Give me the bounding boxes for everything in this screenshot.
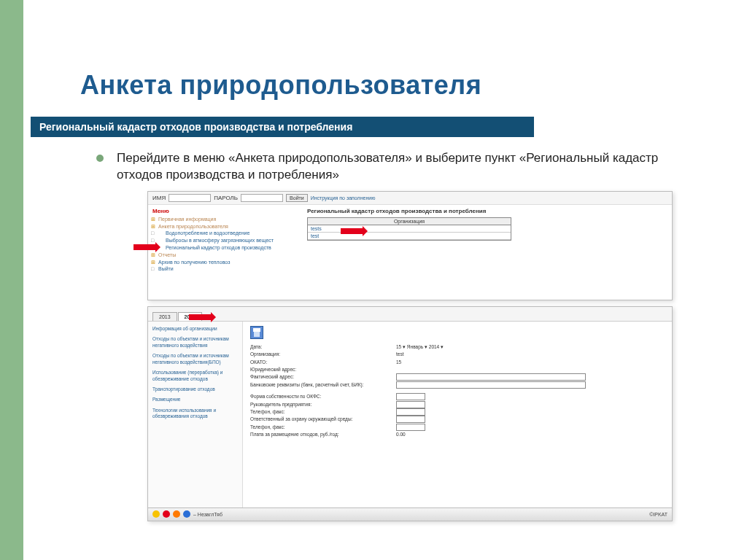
- password-label: ПАРОЛЬ: [214, 195, 238, 201]
- date-year[interactable]: 2014: [429, 344, 439, 349]
- okato-label: ОКАТО:: [250, 359, 396, 366]
- nav-item[interactable]: Информация об организации: [152, 326, 238, 332]
- bank-input[interactable]: [396, 381, 586, 389]
- nav-item[interactable]: Использование (переработка) и обезврежив…: [152, 370, 238, 382]
- phone-label: Телефон, факс:: [250, 408, 396, 416]
- firefox-icon[interactable]: [173, 510, 180, 518]
- date-day[interactable]: 15: [396, 344, 401, 349]
- nav-item[interactable]: Размещение: [152, 397, 238, 402]
- taskbar: – НезаглТяб ©IPKAT: [148, 508, 672, 521]
- org-header: Организация: [308, 218, 511, 225]
- menu-heading: Меню: [152, 208, 297, 214]
- left-nav: Информация об организации Отходы по объе…: [148, 322, 243, 508]
- password-input[interactable]: [241, 194, 283, 202]
- arrow-icon: [133, 244, 155, 250]
- tree-item[interactable]: Региональный кадастр отходов производств: [152, 244, 297, 252]
- tree-item[interactable]: Архив по получению тепловоз: [152, 259, 297, 266]
- opera-icon[interactable]: [163, 510, 170, 518]
- phone-input[interactable]: [396, 408, 425, 416]
- arrow-icon: [341, 228, 363, 234]
- legal-addr-label: Юридический адрес:: [250, 366, 396, 373]
- tree-item[interactable]: Анкета природопользователя: [152, 223, 297, 230]
- fee-value: 0.00: [396, 431, 665, 438]
- fact-addr-label: Фактический адрес:: [250, 373, 396, 381]
- table-row[interactable]: tests: [308, 225, 511, 233]
- login-bar: ИМЯ ПАРОЛЬ Войти Инструкция по заполнени…: [148, 192, 672, 205]
- resp-label: Ответственный за охрану окружающей среды…: [250, 416, 396, 423]
- screenshot-top: ИМЯ ПАРОЛЬ Войти Инструкция по заполнени…: [147, 191, 673, 300]
- phone2-input[interactable]: [396, 424, 425, 431]
- head-label: Руководитель предприятия:: [250, 401, 396, 408]
- save-icon[interactable]: [250, 326, 263, 339]
- nav-item[interactable]: Отходы по объектам и источникам негативн…: [152, 353, 238, 365]
- ie-icon[interactable]: [183, 510, 190, 518]
- tree-item[interactable]: Водопотребление и водоотведение: [152, 230, 297, 237]
- name-label: ИМЯ: [152, 195, 166, 201]
- taskbar-app[interactable]: – НезаглТяб: [193, 512, 222, 517]
- tree-item[interactable]: Выбросы в атмосферу загрязняющих вещест: [152, 237, 297, 244]
- slide-content: Анкета природопользователя Региональный …: [53, 0, 740, 560]
- year-tabs: 2013 2013: [148, 307, 672, 322]
- bullet-icon: [96, 155, 104, 162]
- subtitle-bar: Региональный кадастр отходов производств…: [31, 117, 534, 137]
- nav-item[interactable]: Отходы по объектам и источникам негативн…: [152, 336, 238, 349]
- tree-item[interactable]: Отчеты: [152, 252, 297, 259]
- bullet-row: Перейдите в меню «Анкета природопользова…: [96, 150, 740, 184]
- nav-item[interactable]: Транспортирование отходов: [152, 386, 238, 392]
- tree-item[interactable]: Первичная информация: [152, 216, 297, 223]
- cadastre-title: Региональный кадастр отходов производств…: [307, 208, 666, 214]
- org-table: Организация tests test: [307, 217, 511, 241]
- okato-value: 15: [396, 359, 665, 366]
- ownership-input[interactable]: [396, 393, 425, 400]
- tab-2013a[interactable]: 2013: [152, 312, 177, 321]
- brand-label: ©IPKAT: [649, 512, 667, 517]
- tree-item[interactable]: Выйти: [152, 265, 297, 273]
- legal-addr-value: [396, 366, 665, 373]
- cadastre-panel: Региональный кадастр отходов производств…: [301, 205, 672, 300]
- left-stripe: [0, 0, 23, 560]
- name-input[interactable]: [169, 194, 211, 202]
- form-area: Дата:15 ▾ Январь ▾ 2014 ▾ Организация:te…: [243, 322, 672, 508]
- chrome-icon[interactable]: [152, 510, 160, 518]
- slide-title: Анкета природопользователя: [80, 70, 740, 101]
- bullet-text: Перейдите в меню «Анкета природопользова…: [117, 150, 700, 184]
- bank-label: Банковские реквизиты (банк, расчетный сч…: [250, 381, 396, 389]
- table-row[interactable]: test: [308, 233, 511, 240]
- head-input[interactable]: [396, 401, 425, 408]
- embedded-screenshots: ИМЯ ПАРОЛЬ Войти Инструкция по заполнени…: [147, 191, 673, 521]
- login-button[interactable]: Войти: [286, 194, 308, 202]
- date-month[interactable]: Январь: [407, 344, 423, 349]
- ownership-label: Форма собственности по ОКФС:: [250, 393, 396, 400]
- nav-item[interactable]: Технологии использования и обезвреживани…: [152, 408, 238, 420]
- date-label: Дата:: [250, 343, 396, 351]
- fee-label: Плата за размещение отходов, руб./год:: [250, 431, 396, 438]
- resp-input[interactable]: [396, 416, 425, 423]
- arrow-icon: [189, 314, 211, 320]
- fact-addr-input[interactable]: [396, 373, 586, 381]
- org-label: Организация:: [250, 351, 396, 358]
- phone2-label: Телефон, факс:: [250, 424, 396, 431]
- help-link[interactable]: Инструкция по заполнению: [311, 195, 376, 201]
- org-value: test: [396, 351, 665, 358]
- screenshot-bottom: 2013 2013 Информация об организации Отхо…: [147, 306, 673, 521]
- menu-tree: Меню Первичная информация Анкета природо…: [148, 205, 301, 300]
